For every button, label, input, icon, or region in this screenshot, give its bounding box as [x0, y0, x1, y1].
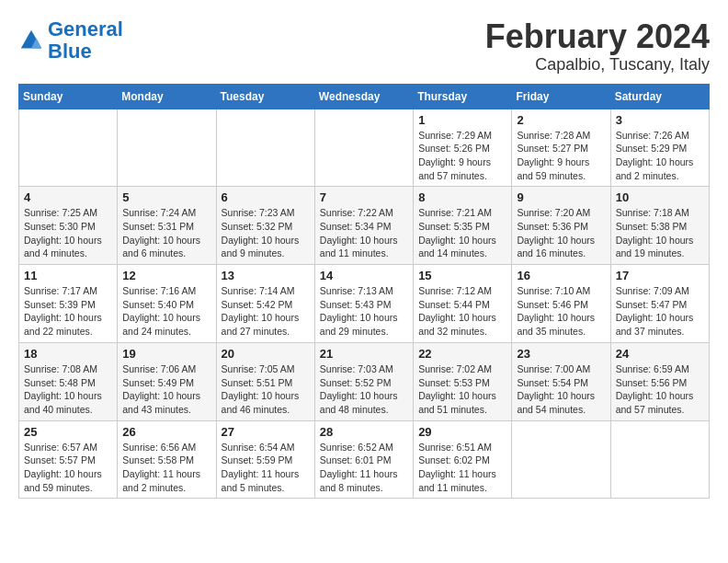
calendar-cell: 18Sunrise: 7:08 AMSunset: 5:48 PMDayligh…: [19, 342, 118, 420]
calendar-cell: 16Sunrise: 7:10 AMSunset: 5:46 PMDayligh…: [512, 265, 610, 343]
calendar-cell: 17Sunrise: 7:09 AMSunset: 5:47 PMDayligh…: [610, 265, 709, 343]
calendar-body: 1Sunrise: 7:29 AMSunset: 5:26 PMDaylight…: [19, 109, 710, 499]
day-number: 5: [122, 190, 210, 204]
day-info: Sunrise: 7:00 AMSunset: 5:54 PMDaylight:…: [517, 362, 605, 417]
day-info: Sunrise: 7:12 AMSunset: 5:44 PMDaylight:…: [418, 284, 506, 339]
header-tuesday: Tuesday: [216, 84, 314, 109]
day-number: 14: [320, 269, 408, 282]
day-number: 24: [616, 347, 704, 361]
calendar-cell: 28Sunrise: 6:52 AMSunset: 6:01 PMDayligh…: [314, 420, 413, 499]
day-info: Sunrise: 7:14 AMSunset: 5:42 PMDaylight:…: [222, 284, 310, 339]
day-info: Sunrise: 7:24 AMSunset: 5:31 PMDaylight:…: [122, 206, 210, 260]
logo-line2: Blue: [48, 40, 92, 63]
header-sunday: Sunday: [19, 84, 118, 109]
calendar-cell: 29Sunrise: 6:51 AMSunset: 6:02 PMDayligh…: [414, 420, 512, 499]
header: General Blue February 2024 Capalbio, Tus…: [18, 18, 710, 75]
logo-icon: [18, 28, 44, 53]
day-number: 2: [517, 113, 605, 127]
calendar-header: Sunday Monday Tuesday Wednesday Thursday…: [19, 84, 710, 109]
day-number: 17: [616, 269, 704, 282]
logo-line1: General: [48, 17, 123, 40]
day-number: 19: [122, 347, 210, 361]
calendar-week-3: 11Sunrise: 7:17 AMSunset: 5:39 PMDayligh…: [19, 265, 710, 343]
day-number: 3: [616, 113, 704, 127]
day-info: Sunrise: 7:28 AMSunset: 5:27 PMDaylight:…: [517, 129, 605, 183]
day-info: Sunrise: 7:03 AMSunset: 5:52 PMDaylight:…: [320, 362, 408, 417]
calendar-cell: 21Sunrise: 7:03 AMSunset: 5:52 PMDayligh…: [314, 342, 413, 420]
header-saturday: Saturday: [610, 84, 709, 109]
page-title: February 2024: [485, 18, 710, 55]
header-friday: Friday: [512, 84, 610, 109]
day-info: Sunrise: 7:02 AMSunset: 5:53 PMDaylight:…: [418, 362, 506, 417]
calendar-cell: 8Sunrise: 7:21 AMSunset: 5:35 PMDaylight…: [414, 187, 512, 265]
calendar-cell: 14Sunrise: 7:13 AMSunset: 5:43 PMDayligh…: [314, 265, 413, 343]
day-number: 1: [418, 113, 506, 127]
calendar-cell: 7Sunrise: 7:22 AMSunset: 5:34 PMDaylight…: [314, 187, 413, 265]
calendar-cell: 4Sunrise: 7:25 AMSunset: 5:30 PMDaylight…: [19, 187, 118, 265]
calendar-table: Sunday Monday Tuesday Wednesday Thursday…: [18, 84, 710, 500]
day-number: 7: [320, 190, 408, 204]
day-info: Sunrise: 7:25 AMSunset: 5:30 PMDaylight:…: [24, 206, 112, 260]
calendar-cell: 12Sunrise: 7:16 AMSunset: 5:40 PMDayligh…: [118, 265, 216, 343]
calendar-cell: 26Sunrise: 6:56 AMSunset: 5:58 PMDayligh…: [118, 420, 216, 499]
calendar-cell: 25Sunrise: 6:57 AMSunset: 5:57 PMDayligh…: [19, 420, 118, 499]
day-info: Sunrise: 7:29 AMSunset: 5:26 PMDaylight:…: [418, 129, 506, 183]
day-info: Sunrise: 6:52 AMSunset: 6:01 PMDaylight:…: [320, 441, 408, 495]
day-number: 20: [222, 347, 310, 361]
calendar-cell: 13Sunrise: 7:14 AMSunset: 5:42 PMDayligh…: [216, 265, 314, 343]
day-number: 6: [222, 190, 310, 204]
calendar-cell: 3Sunrise: 7:26 AMSunset: 5:29 PMDaylight…: [610, 109, 709, 187]
day-number: 28: [320, 425, 408, 439]
calendar-week-1: 1Sunrise: 7:29 AMSunset: 5:26 PMDaylight…: [19, 109, 710, 187]
day-info: Sunrise: 7:09 AMSunset: 5:47 PMDaylight:…: [616, 284, 704, 339]
day-number: 27: [222, 425, 310, 439]
day-info: Sunrise: 7:06 AMSunset: 5:49 PMDaylight:…: [122, 362, 210, 417]
header-thursday: Thursday: [414, 84, 512, 109]
day-number: 21: [320, 347, 408, 361]
day-info: Sunrise: 7:10 AMSunset: 5:46 PMDaylight:…: [517, 284, 605, 339]
day-number: 25: [24, 425, 112, 439]
header-row: Sunday Monday Tuesday Wednesday Thursday…: [19, 84, 710, 109]
day-info: Sunrise: 7:08 AMSunset: 5:48 PMDaylight:…: [24, 362, 112, 417]
calendar-cell: 6Sunrise: 7:23 AMSunset: 5:32 PMDaylight…: [216, 187, 314, 265]
calendar-cell: 9Sunrise: 7:20 AMSunset: 5:36 PMDaylight…: [512, 187, 610, 265]
day-number: 11: [24, 269, 112, 282]
day-number: 26: [122, 425, 210, 439]
day-number: 18: [24, 347, 112, 361]
calendar-cell: 19Sunrise: 7:06 AMSunset: 5:49 PMDayligh…: [118, 342, 216, 420]
day-number: 23: [517, 347, 605, 361]
calendar-cell: [19, 109, 118, 187]
day-info: Sunrise: 6:57 AMSunset: 5:57 PMDaylight:…: [24, 441, 112, 495]
calendar-cell: 27Sunrise: 6:54 AMSunset: 5:59 PMDayligh…: [216, 420, 314, 499]
day-info: Sunrise: 7:13 AMSunset: 5:43 PMDaylight:…: [320, 284, 408, 339]
day-number: 13: [222, 269, 310, 282]
day-number: 29: [418, 425, 506, 439]
calendar-cell: [216, 109, 314, 187]
day-number: 9: [517, 190, 605, 204]
title-area: February 2024 Capalbio, Tuscany, Italy: [485, 18, 710, 75]
page-subtitle: Capalbio, Tuscany, Italy: [485, 55, 710, 75]
calendar-week-4: 18Sunrise: 7:08 AMSunset: 5:48 PMDayligh…: [19, 342, 710, 420]
calendar-cell: 24Sunrise: 6:59 AMSunset: 5:56 PMDayligh…: [610, 342, 709, 420]
day-info: Sunrise: 6:51 AMSunset: 6:02 PMDaylight:…: [418, 441, 506, 495]
day-info: Sunrise: 7:22 AMSunset: 5:34 PMDaylight:…: [320, 206, 408, 260]
calendar-cell: 2Sunrise: 7:28 AMSunset: 5:27 PMDaylight…: [512, 109, 610, 187]
calendar-cell: 5Sunrise: 7:24 AMSunset: 5:31 PMDaylight…: [118, 187, 216, 265]
day-number: 22: [418, 347, 506, 361]
day-info: Sunrise: 7:21 AMSunset: 5:35 PMDaylight:…: [418, 206, 506, 260]
calendar-cell: [512, 420, 610, 499]
calendar-cell: 10Sunrise: 7:18 AMSunset: 5:38 PMDayligh…: [610, 187, 709, 265]
day-info: Sunrise: 7:23 AMSunset: 5:32 PMDaylight:…: [222, 206, 310, 260]
calendar-cell: [118, 109, 216, 187]
calendar-cell: 11Sunrise: 7:17 AMSunset: 5:39 PMDayligh…: [19, 265, 118, 343]
calendar-cell: 15Sunrise: 7:12 AMSunset: 5:44 PMDayligh…: [414, 265, 512, 343]
calendar-cell: [314, 109, 413, 187]
calendar-cell: 22Sunrise: 7:02 AMSunset: 5:53 PMDayligh…: [414, 342, 512, 420]
day-info: Sunrise: 6:59 AMSunset: 5:56 PMDaylight:…: [616, 362, 704, 417]
calendar-cell: [610, 420, 709, 499]
calendar-week-2: 4Sunrise: 7:25 AMSunset: 5:30 PMDaylight…: [19, 187, 710, 265]
calendar-cell: 23Sunrise: 7:00 AMSunset: 5:54 PMDayligh…: [512, 342, 610, 420]
day-info: Sunrise: 7:26 AMSunset: 5:29 PMDaylight:…: [616, 129, 704, 183]
calendar-cell: 20Sunrise: 7:05 AMSunset: 5:51 PMDayligh…: [216, 342, 314, 420]
day-info: Sunrise: 6:54 AMSunset: 5:59 PMDaylight:…: [222, 441, 310, 495]
